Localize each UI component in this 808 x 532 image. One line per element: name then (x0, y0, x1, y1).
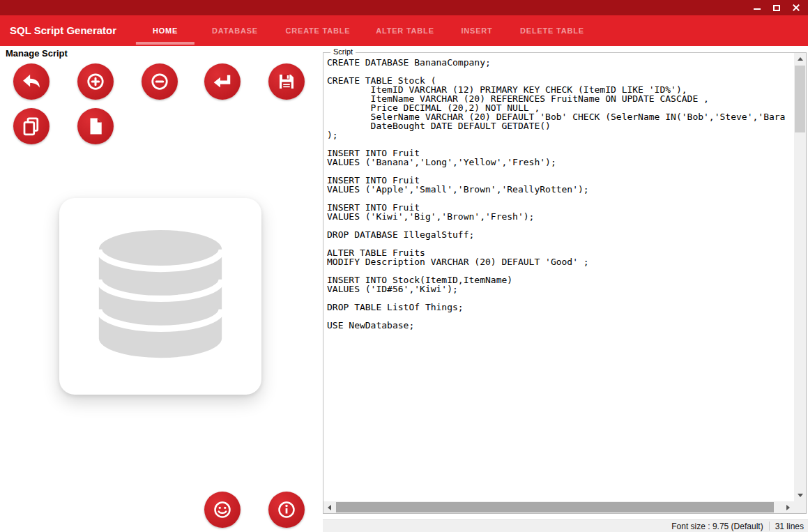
sql-script-text[interactable]: CREATE DATABASE BananaCompany; CREATE TA… (327, 58, 793, 500)
undo-icon (21, 71, 42, 92)
statusbar: Font size : 9.75 (Default) 31 lines (323, 519, 808, 532)
maximize-button[interactable] (770, 1, 783, 14)
tab-alter-table[interactable]: ALTER TABLE (359, 15, 451, 46)
save-icon (276, 71, 297, 92)
scroll-up-icon (798, 57, 803, 61)
scroll-left-icon (328, 505, 331, 510)
scroll-down-icon (798, 494, 803, 497)
copy-icon (21, 116, 42, 137)
save-button[interactable] (268, 63, 305, 100)
tab-create-table[interactable]: CREATE TABLE (269, 15, 367, 46)
minimize-icon (754, 8, 761, 10)
close-button[interactable] (790, 1, 802, 14)
tab-home[interactable]: HOME (136, 15, 195, 46)
font-size-status: Font size : 9.75 (Default) (671, 522, 763, 531)
info-icon (276, 499, 297, 520)
scroll-up-button[interactable] (794, 53, 806, 65)
titlebar (0, 0, 808, 15)
tab-delete-table[interactable]: DELETE TABLE (503, 15, 601, 46)
minimize-button[interactable] (751, 1, 763, 14)
smiley-button[interactable] (204, 492, 241, 528)
database-icon (79, 215, 241, 377)
add-button[interactable] (77, 63, 114, 100)
scroll-right-icon (786, 505, 790, 510)
close-icon (792, 3, 800, 12)
undo-button[interactable] (13, 63, 49, 100)
app-title: SQL Script Generator (10, 15, 116, 46)
enter-icon (212, 71, 233, 92)
enter-button[interactable] (204, 63, 241, 100)
new-file-icon (85, 116, 106, 137)
horizontal-scrollbar[interactable] (323, 501, 794, 513)
add-icon (85, 71, 106, 92)
new-file-button[interactable] (77, 108, 114, 144)
copy-button[interactable] (13, 108, 49, 144)
remove-button[interactable] (142, 63, 178, 100)
script-groupbox: Script CREATE DATABASE BananaCompany; CR… (323, 52, 807, 514)
scroll-down-button[interactable] (794, 489, 806, 501)
line-count-status: 31 lines (775, 522, 804, 531)
window-controls (751, 0, 802, 15)
smiley-icon (212, 499, 233, 520)
vertical-scrollbar[interactable] (794, 53, 806, 501)
app-window: SQL Script Generator HOME DATABASE CREAT… (0, 0, 808, 532)
script-groupbox-label: Script (330, 47, 356, 56)
maximize-icon (773, 5, 780, 11)
scrollbar-corner (794, 501, 806, 513)
horizontal-scroll-thumb[interactable] (336, 502, 774, 512)
scroll-left-button[interactable] (323, 501, 335, 513)
remove-icon (149, 71, 170, 92)
manage-script-heading: Manage Script (6, 48, 68, 59)
info-button[interactable] (268, 492, 305, 528)
database-artwork-card (59, 198, 261, 395)
status-divider (769, 522, 770, 531)
scroll-right-button[interactable] (782, 501, 794, 513)
tab-database[interactable]: DATABASE (195, 15, 275, 46)
vertical-scroll-thumb[interactable] (795, 66, 805, 132)
menubar: SQL Script Generator HOME DATABASE CREAT… (0, 15, 808, 46)
tab-insert[interactable]: INSERT (444, 15, 509, 46)
